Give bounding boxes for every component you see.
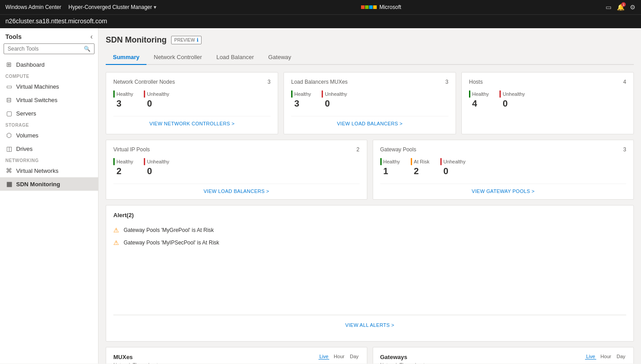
healthy-bar	[113, 158, 115, 165]
chart-muxes: MUXes Live Hour Day Network Throughput S…	[106, 347, 367, 364]
chart-tab-hour[interactable]: Hour	[600, 354, 612, 360]
card-title: Load Balancers MUXes	[291, 79, 348, 85]
card-header: Gateway Pools 3	[380, 146, 627, 153]
card-title: Network Controller Nodes	[113, 79, 175, 85]
sidebar-item-dashboard[interactable]: ⊞ Dashboard	[0, 58, 98, 71]
card-count: 3	[445, 79, 448, 85]
card-count: 2	[357, 146, 360, 153]
healthy-bar	[291, 90, 293, 98]
sidebar-item-volumes[interactable]: ⬡ Volumes	[0, 128, 98, 142]
stat-value: 3	[113, 98, 133, 109]
healthy-bar	[113, 90, 115, 98]
sidebar-item-virtual-machines[interactable]: ▭ Virtual Machines	[0, 80, 98, 93]
stat-healthy: Healthy 1	[380, 158, 400, 176]
chart-tab-day[interactable]: Day	[615, 354, 626, 360]
card-link[interactable]: VIEW LOAD BALANCERS >	[113, 184, 360, 194]
tab-load-balancer[interactable]: Load Balancer	[209, 50, 261, 65]
chart-tab-day[interactable]: Day	[349, 354, 360, 360]
card-hosts: Hosts 4 Healthy 4 Unhealthy	[461, 72, 634, 134]
card-header: Hosts 4	[469, 79, 626, 85]
card-header: Virtual IP Pools 2	[113, 146, 360, 153]
unhealthy-bar	[440, 158, 442, 165]
card-link[interactable]: VIEW NETWORK CONTROLLERS >	[113, 116, 271, 126]
card-load-balancers-muxes: Load Balancers MUXes 3 Healthy 3	[284, 72, 456, 134]
ms-logo	[361, 5, 377, 9]
cluster-name: n26cluster.sa18.nttest.microsoft.com	[5, 17, 636, 25]
tab-gateway[interactable]: Gateway	[261, 50, 298, 65]
stat-label: Unhealthy	[443, 159, 466, 164]
chart-title: Gateways	[380, 354, 408, 360]
tab-summary[interactable]: Summary	[106, 50, 146, 65]
cluster-manager: Hyper-Converged Cluster Manager ▾	[69, 4, 157, 10]
alerts-items: ⚠ Gateway Pools 'MyGrePool' is At Risk ⚠…	[113, 224, 626, 315]
stat-label: Healthy	[116, 159, 133, 164]
card-stats: Healthy 1 At Risk 2 Un	[380, 158, 627, 176]
healthy-bar	[469, 90, 470, 98]
card-count: 3	[267, 79, 271, 85]
sidebar-item-virtual-switches[interactable]: ⊟ Virtual Switches	[0, 93, 98, 107]
stat-value: 0	[499, 98, 525, 109]
sidebar-item-drives[interactable]: ◫ Drives	[0, 142, 98, 155]
bell-icon[interactable]: 🔔1	[617, 4, 624, 11]
stat-label: Healthy	[294, 91, 311, 97]
alerts-inner: Alert(2) ⚠ Gateway Pools 'MyGrePool' is …	[113, 212, 626, 315]
drives-icon: ◫	[5, 145, 13, 152]
card-link[interactable]: VIEW LOAD BALANCERS >	[291, 116, 448, 126]
unhealthy-bar	[322, 90, 323, 98]
stat-value: 2	[113, 166, 133, 176]
sidebar-collapse-button[interactable]: ‹	[90, 33, 93, 41]
preview-label: PREVIEW	[174, 38, 195, 43]
alert-text: Gateway Pools 'MyIPSecPool' is At Risk	[124, 240, 219, 246]
search-box[interactable]: 🔍	[4, 43, 95, 54]
preview-info-icon[interactable]: ℹ	[197, 37, 198, 43]
card-title: Virtual IP Pools	[113, 146, 150, 153]
stat-healthy: Healthy 3	[291, 90, 311, 109]
ms-logo-red	[361, 5, 365, 9]
ms-logo-green	[365, 5, 369, 9]
dashboard-icon: ⊞	[5, 61, 13, 68]
sidebar-section-storage: STORAGE	[0, 120, 98, 128]
at-risk-bar	[411, 158, 412, 165]
sidebar-item-label: Virtual Networks	[16, 167, 58, 174]
card-stats: Healthy 4 Unhealthy 0	[469, 90, 626, 109]
sidebar-item-virtual-networks[interactable]: ⌘ Virtual Networks	[0, 164, 98, 177]
card-count: 4	[623, 79, 626, 85]
tab-network-controller[interactable]: Network Controller	[146, 50, 209, 65]
stat-label: Unhealthy	[147, 91, 169, 97]
card-footer-spacer	[469, 116, 626, 128]
vm-icon: ▭	[5, 83, 13, 90]
chart-tab-hour[interactable]: Hour	[333, 354, 345, 360]
stat-label: Unhealthy	[503, 91, 525, 97]
card-link[interactable]: VIEW GATEWAY POOLS >	[380, 184, 627, 194]
alerts-card: Alert(2) ⚠ Gateway Pools 'MyGrePool' is …	[106, 205, 634, 342]
sidebar-item-label: Virtual Machines	[16, 83, 59, 90]
stat-healthy: Healthy 3	[113, 90, 133, 109]
topbar: Windows Admin Center Hyper-Converged Clu…	[0, 0, 641, 14]
monitor-icon[interactable]: ▭	[606, 4, 611, 11]
card-stats: Healthy 3 Unhealthy 0	[291, 90, 448, 109]
chart-title: MUXes	[113, 354, 133, 360]
chart-header: MUXes Live Hour Day	[113, 354, 360, 360]
sidebar-section-networking: NETWORKING	[0, 155, 98, 164]
sidebar: Tools ‹ 🔍 ⊞ Dashboard COMPUTE ▭ Virtual …	[0, 28, 99, 364]
app-name: Windows Admin Center	[5, 4, 61, 10]
preview-badge: PREVIEW ℹ	[171, 36, 202, 44]
sidebar-item-sdn-monitoring[interactable]: ▦ SDN Monitoring	[0, 177, 98, 191]
gear-icon[interactable]: ⚙	[630, 4, 636, 11]
topbar-left: Windows Admin Center Hyper-Converged Clu…	[5, 4, 156, 10]
chart-tab-live[interactable]: Live	[585, 354, 596, 360]
sidebar-item-servers[interactable]: ▢ Servers	[0, 107, 98, 120]
view-all-alerts-link[interactable]: VIEW ALL ALERTS >	[113, 315, 626, 335]
search-input[interactable]	[8, 46, 84, 52]
sidebar-item-label: SDN Monitoring	[16, 181, 60, 188]
unhealthy-bar	[144, 90, 145, 98]
card-virtual-ip-pools: Virtual IP Pools 2 Healthy 2 U	[106, 140, 367, 200]
chart-tab-live[interactable]: Live	[318, 354, 329, 360]
alert-item-1: ⚠ Gateway Pools 'MyGrePool' is At Risk	[113, 224, 626, 236]
ms-logo-area: Microsoft	[361, 4, 401, 10]
stat-healthy: Healthy 4	[469, 90, 489, 109]
chart-time-tabs: Live Hour Day	[318, 354, 360, 360]
sidebar-item-label: Dashboard	[16, 61, 45, 68]
cards-row-1: Network Controller Nodes 3 Healthy 3	[106, 72, 634, 134]
vnet-icon: ⌘	[5, 167, 13, 174]
